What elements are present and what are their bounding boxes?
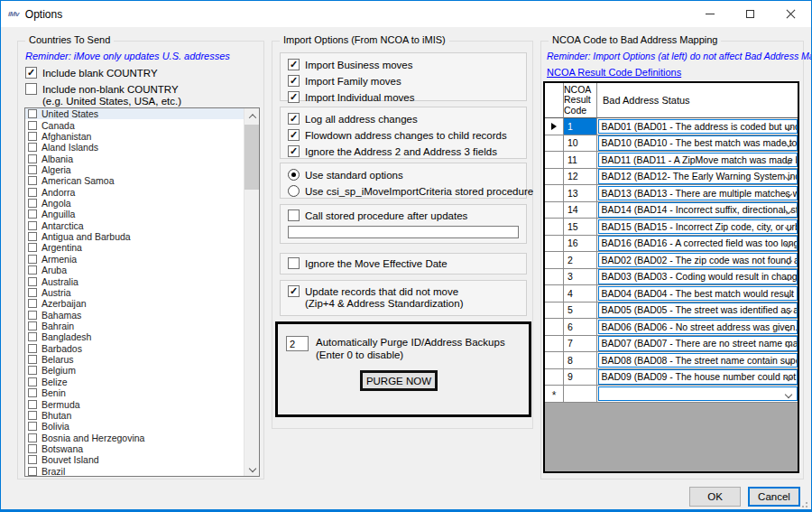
- ncoa-code-cell[interactable]: 10: [564, 135, 597, 153]
- address-change-option[interactable]: Flowdown address changes to child record…: [288, 129, 519, 142]
- country-list-item[interactable]: Canada: [25, 119, 244, 130]
- checkbox-icon[interactable]: [28, 344, 37, 353]
- ncoa-code-cell[interactable]: 2: [564, 252, 597, 269]
- cancel-button[interactable]: Cancel: [748, 487, 800, 507]
- bad-address-status-dropdown[interactable]: BAD08 (BAD08 - The street name contain s…: [598, 353, 798, 368]
- checkbox-icon[interactable]: [28, 377, 37, 386]
- checkbox-icon[interactable]: [28, 243, 37, 252]
- bad-address-status-dropdown[interactable]: BAD13 (BAD13 - There are multiple matche…: [598, 186, 798, 201]
- checkbox-icon[interactable]: [28, 422, 37, 431]
- ok-button[interactable]: OK: [689, 487, 741, 507]
- checkbox-icon[interactable]: [28, 109, 37, 118]
- country-list-item[interactable]: Andorra: [25, 187, 244, 198]
- import-move-option[interactable]: Import Family moves: [288, 75, 519, 88]
- bad-address-status-dropdown[interactable]: BAD07 (BAD07 - There are no street name …: [598, 336, 798, 351]
- row-header-cell[interactable]: [545, 185, 564, 202]
- call-stored-proc-checkbox[interactable]: Call stored procedure after updates: [288, 209, 519, 222]
- update-no-move-checkbox[interactable]: Update records that did not move (Zip+4 …: [288, 285, 519, 310]
- maximize-button[interactable]: [730, 1, 770, 27]
- ncoa-code-cell[interactable]: 4: [564, 285, 597, 303]
- row-header-cell[interactable]: [545, 118, 564, 135]
- address-change-option[interactable]: Ignore the Address 2 and Address 3 field…: [288, 145, 519, 158]
- bad-address-status-dropdown[interactable]: BAD12 (BAD12- The Early Warning System i…: [598, 169, 798, 184]
- country-list-item[interactable]: Albania: [25, 153, 244, 163]
- row-header-cell[interactable]: [545, 269, 564, 286]
- country-list-item[interactable]: Brazil: [25, 466, 244, 477]
- checkbox-icon[interactable]: [28, 411, 37, 420]
- import-move-option[interactable]: Import Individual moves: [288, 91, 519, 104]
- ncoa-code-cell[interactable]: 6: [564, 319, 597, 336]
- checkbox-icon[interactable]: [28, 209, 37, 219]
- purge-days-input[interactable]: [286, 336, 309, 351]
- row-header-cell[interactable]: [545, 152, 564, 169]
- country-list-item[interactable]: Australia: [25, 275, 244, 286]
- stored-proc-input[interactable]: [288, 226, 519, 238]
- country-list-item[interactable]: Antarctica: [25, 220, 244, 231]
- minimize-button[interactable]: [689, 1, 730, 27]
- radio-icon[interactable]: [288, 185, 300, 197]
- ncoa-code-cell[interactable]: 13: [564, 185, 597, 202]
- ncoa-code-cell[interactable]: 12: [564, 169, 597, 186]
- checkbox-icon[interactable]: [28, 455, 37, 464]
- checkbox-icon[interactable]: [25, 67, 37, 79]
- row-header-cell[interactable]: [545, 219, 564, 236]
- checkbox-icon[interactable]: [288, 129, 300, 141]
- bad-address-status-dropdown[interactable]: BAD09 (BAD09 - The house number could no…: [598, 369, 798, 385]
- ncoa-code-cell[interactable]: 7: [564, 336, 597, 353]
- checkbox-icon[interactable]: [28, 221, 37, 230]
- bad-address-status-dropdown[interactable]: BAD14 (BAD14 - Incorrect suffix, directi…: [598, 202, 798, 218]
- country-list-item[interactable]: Azerbaijan: [25, 298, 244, 309]
- country-list-item[interactable]: Belize: [25, 377, 244, 387]
- country-list[interactable]: United StatesCanadaAfghanistanAland Isla…: [24, 107, 260, 477]
- checkbox-icon[interactable]: [28, 188, 37, 197]
- bad-address-status-dropdown[interactable]: [598, 386, 798, 402]
- row-header-cell[interactable]: [545, 202, 564, 219]
- scroll-up-button[interactable]: [245, 108, 260, 124]
- checkbox-icon[interactable]: [28, 255, 37, 264]
- country-list-item[interactable]: Aruba: [25, 265, 244, 275]
- country-list-item[interactable]: United States: [25, 108, 244, 119]
- scroll-down-button[interactable]: [245, 461, 260, 476]
- country-list-item[interactable]: Anguilla: [25, 209, 244, 219]
- country-list-item[interactable]: Belarus: [25, 354, 244, 365]
- row-header-cell[interactable]: [545, 285, 564, 303]
- checkbox-icon[interactable]: [28, 265, 37, 275]
- ncoa-code-cell[interactable]: 16: [564, 236, 597, 253]
- checkbox-icon[interactable]: [288, 285, 300, 297]
- checkbox-icon[interactable]: [28, 165, 37, 174]
- country-list-item[interactable]: Bahrain: [25, 321, 244, 331]
- country-list-item[interactable]: American Samoa: [25, 175, 244, 186]
- checkbox-icon[interactable]: [28, 154, 37, 163]
- bad-address-status-dropdown[interactable]: BAD05 (BAD05 - The street was identified…: [598, 303, 798, 318]
- row-header-cell[interactable]: [545, 236, 564, 253]
- row-header-cell[interactable]: [545, 303, 564, 320]
- bad-address-status-dropdown[interactable]: BAD01 (BAD01 - The address is coded but …: [598, 119, 798, 135]
- country-list-item[interactable]: Algeria: [25, 164, 244, 175]
- country-list-item[interactable]: Bermuda: [25, 398, 244, 409]
- import-move-option[interactable]: Import Business moves: [288, 59, 519, 71]
- country-list-item[interactable]: Armenia: [25, 254, 244, 265]
- include-blank-country-checkbox[interactable]: Include blank COUNTRY: [25, 67, 158, 79]
- country-list-item[interactable]: Barbados: [25, 343, 244, 354]
- country-list-item[interactable]: Antigua and Barbuda: [25, 231, 244, 242]
- include-nonblank-country-checkbox[interactable]: Include non-blank COUNTRY (e.g. United S…: [25, 83, 181, 107]
- title-bar[interactable]: iMv Options: [1, 1, 811, 27]
- country-list-scrollbar[interactable]: [244, 108, 259, 476]
- criteria-radio-option[interactable]: Use csi_sp_iMoveImportCriteria stored pr…: [288, 185, 519, 198]
- bad-address-status-dropdown[interactable]: BAD04 (BAD04 - The best match would resu…: [598, 286, 798, 302]
- ncoa-code-cell[interactable]: [564, 386, 597, 403]
- checkbox-icon[interactable]: [28, 299, 37, 308]
- ncoa-code-cell[interactable]: 3: [564, 269, 597, 286]
- checkbox-icon[interactable]: [28, 467, 37, 476]
- checkbox-icon[interactable]: [288, 91, 300, 103]
- checkbox-icon[interactable]: [25, 83, 37, 95]
- checkbox-icon[interactable]: [288, 59, 300, 70]
- bad-address-status-dropdown[interactable]: BAD16 (BAD16 - A corrected field was too…: [598, 236, 798, 251]
- bad-address-status-dropdown[interactable]: BAD11 (BAD11 - A ZipMove match was made …: [598, 153, 798, 168]
- bad-address-status-dropdown[interactable]: BAD03 (BAD03 - Coding would result in ch…: [598, 269, 798, 284]
- address-change-option[interactable]: Log all address changes: [288, 113, 519, 126]
- row-header-cell[interactable]: [545, 369, 564, 386]
- country-list-item[interactable]: Bouvet Island: [25, 454, 244, 465]
- bad-address-status-dropdown[interactable]: BAD02 (BAD02 - The zip code was not foun…: [598, 253, 798, 268]
- country-list-item[interactable]: Angola: [25, 198, 244, 209]
